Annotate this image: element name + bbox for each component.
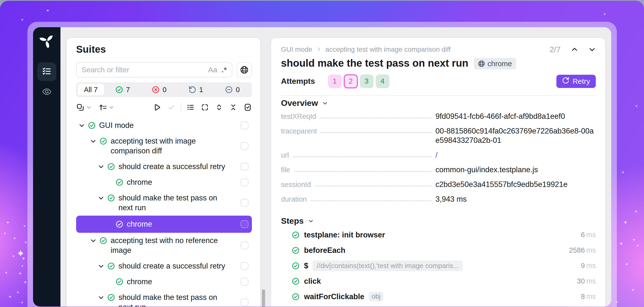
chevron-down-icon[interactable] [98, 194, 105, 202]
tree-row[interactable]: should create a successful retry [76, 159, 252, 174]
sidebar-item-suites[interactable] [37, 63, 56, 81]
attempt-pill-4[interactable]: 4 [376, 75, 390, 88]
browser-badge-label: chrome [488, 60, 512, 68]
scrollbar-thumb[interactable] [262, 289, 265, 306]
tree-row[interactable]: GUI mode [76, 118, 252, 133]
check-circle-icon [115, 86, 123, 94]
group-by-button[interactable] [76, 103, 92, 112]
duration-value: 6 [581, 231, 585, 239]
chevron-down-icon[interactable] [90, 137, 97, 145]
tree-item-checkbox[interactable] [240, 262, 248, 270]
breadcrumb-item[interactable]: GUI mode [281, 46, 312, 53]
test-details-panel: GUI mode accepting test with image compa… [271, 38, 605, 306]
testplane-logo [40, 34, 54, 48]
chevron-down-icon [308, 217, 314, 226]
search-box: Aa .* [76, 62, 232, 77]
step-row[interactable]: $//div[contains(text(),'test with image … [281, 258, 596, 273]
step-duration: 30ms [577, 277, 596, 285]
overview-row-value: 9fd09541-fcb6-466f-afcf-af9bd8a1eef0 [436, 112, 596, 121]
overview-row-label: file [281, 165, 290, 174]
overview-row-value: common-gui/index.testplane.js [436, 165, 596, 174]
status-passed-icon [107, 293, 115, 301]
tree-item-checkbox[interactable] [240, 142, 248, 150]
filter-tab-failed[interactable]: 0 [141, 86, 178, 94]
overview-row: sessionIdc2bd3e50e3a415557bfc9edb5e19921… [281, 180, 596, 189]
tree-row[interactable]: chrome [76, 216, 252, 233]
match-case-toggle[interactable]: Aa [208, 66, 217, 74]
overview-row: filecommon-gui/index.testplane.js [281, 165, 596, 174]
breadcrumb-item[interactable]: accepting test with image comparison dif… [326, 46, 451, 53]
tree-row[interactable]: accepting test with image comparison dif… [76, 133, 252, 159]
tree-item-checkbox[interactable] [240, 298, 248, 306]
status-passed-icon [107, 194, 115, 202]
x-circle-icon [152, 86, 160, 94]
tree-row[interactable]: accepting test with no reference image [76, 233, 252, 258]
list-view-button[interactable] [187, 103, 194, 111]
overview-heading: Overview [281, 98, 318, 108]
step-duration: 6ms [581, 231, 596, 239]
minus-circle-icon [225, 86, 233, 94]
chevron-down-icon[interactable] [78, 122, 86, 129]
duration-value: 9 [581, 262, 585, 269]
sidebar-item-visual-checks[interactable] [37, 85, 56, 100]
attempt-pill-1[interactable]: 1 [328, 75, 342, 88]
tree-row[interactable]: should make the test pass on next run [76, 289, 252, 306]
step-name: beforeEach [304, 246, 346, 255]
tree-item-label: chrome [127, 177, 152, 187]
regex-toggle[interactable]: .* [222, 66, 227, 74]
tree-item-checkbox[interactable] [240, 242, 248, 249]
steps-section-header[interactable]: Steps [281, 216, 314, 226]
step-row[interactable]: click30ms [281, 273, 596, 289]
search-input[interactable] [82, 66, 204, 74]
filter-tab-retried[interactable]: 1 [178, 86, 214, 94]
chevron-down-icon[interactable] [90, 237, 97, 244]
browser-filter-button[interactable] [237, 62, 252, 77]
tree-item-checkbox[interactable] [240, 163, 248, 171]
sparkle-decoration: ✦ [24, 241, 27, 244]
focus-button[interactable] [201, 103, 209, 111]
status-passed-icon [107, 262, 115, 270]
attempt-pill-2[interactable]: 2 [344, 75, 358, 88]
collapse-all-button[interactable] [229, 103, 237, 111]
retry-button[interactable]: Retry [556, 75, 596, 88]
step-row[interactable]: testplane: init browser6ms [281, 227, 596, 242]
attempt-pill-3[interactable]: 3 [360, 75, 374, 88]
filter-tab-skipped[interactable]: 0 [214, 86, 251, 94]
tree-row[interactable]: should make the test pass on next run [76, 190, 252, 216]
expand-all-button[interactable] [215, 103, 223, 111]
tree-item-checkbox[interactable] [240, 220, 248, 228]
run-button[interactable] [152, 103, 161, 112]
chevron-down-icon[interactable] [98, 294, 105, 301]
select-all-checkbox-button[interactable] [244, 103, 252, 112]
tree-item-checkbox[interactable] [240, 278, 248, 286]
duration-unit: ms [586, 262, 596, 269]
chevron-down-icon[interactable] [98, 262, 105, 270]
step-row[interactable]: beforeEach2586ms [281, 242, 596, 258]
next-test-button[interactable] [588, 46, 596, 53]
sparkle-decoration: ✦ [4, 232, 6, 235]
chevron-down-icon [86, 104, 92, 110]
tree-item-checkbox[interactable] [240, 122, 248, 129]
tree-row[interactable]: chrome [76, 174, 252, 190]
toolbar-divider [181, 103, 182, 112]
tree-item-checkbox[interactable] [240, 199, 248, 207]
previous-test-button[interactable] [571, 46, 578, 53]
status-passed-icon [116, 178, 123, 186]
tree-item-checkbox[interactable] [240, 178, 248, 186]
chevron-down-icon[interactable] [98, 163, 105, 170]
overview-row-value[interactable]: / [436, 150, 596, 160]
tree-item-label: should create a successful retry [118, 261, 225, 271]
accept-button[interactable] [167, 103, 176, 112]
sort-button[interactable] [99, 103, 114, 112]
filter-tab-all[interactable]: All 7 [77, 84, 104, 96]
steps-heading: Steps [281, 216, 304, 226]
rotate-ccw-icon [188, 86, 196, 94]
step-row[interactable]: waitForClickableobj8ms [281, 289, 596, 304]
tree-row[interactable]: chrome [76, 274, 252, 289]
duration-unit: ms [586, 292, 596, 300]
sparkle-decoration: ✦ [21, 301, 23, 304]
tree-item-label: accepting test with no reference image [111, 236, 218, 255]
tree-row[interactable]: should create a successful retry [76, 258, 252, 274]
filter-tab-passed[interactable]: 7 [104, 86, 141, 94]
overview-section-header[interactable]: Overview [281, 98, 328, 108]
